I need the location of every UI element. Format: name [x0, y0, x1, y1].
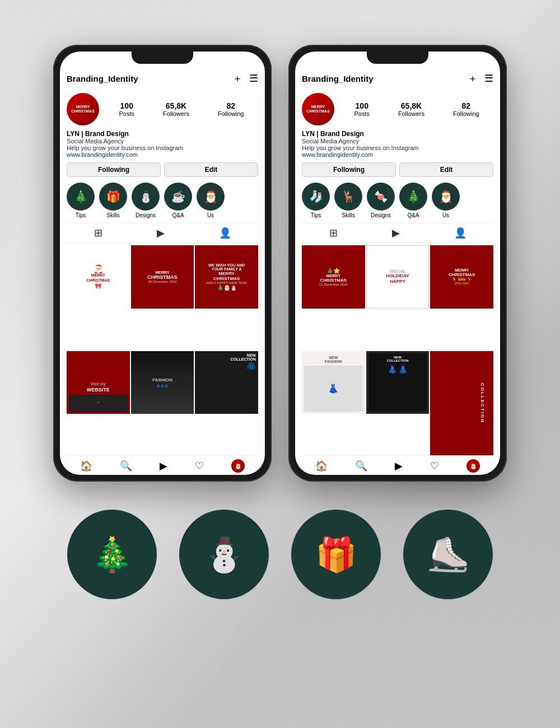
following-btn-1[interactable]: Following [67, 162, 161, 177]
phones-container: Branding_Identity ＋ ☰ MERRYCHRISTMAS [0, 0, 560, 482]
highlight-circle-skills-1: 🎁 [99, 183, 127, 211]
tagged-tab-1[interactable]: 👤 [219, 227, 231, 239]
grid-cell-1-2[interactable]: MERRY CHRISTMAS 25 December 2022 [131, 245, 194, 309]
grid-cell-1-3[interactable]: WE WISH YOU ANDYOUR FAMILY A MERRYCHRIST… [195, 245, 258, 309]
plus-icon-1[interactable]: ＋ [232, 72, 242, 85]
avatar-2: MERRYCHRISTMAS [302, 93, 334, 125]
grid-cell-2-1-1[interactable]: 🎄⭐ MERRY CHRISTMAS 12 December 2022 [302, 245, 365, 309]
bio-desc-2: Help you grow your business on Instagram [302, 144, 493, 151]
stats-counts-2: 100 Posts 65,8K Followers 82 Following [340, 101, 493, 117]
highlights-1: 🎄 Tips 🎁 Skills ⛄ Designs ☕ Q&A [67, 180, 258, 221]
highlight-designs-1[interactable]: ⛄ Designs [132, 183, 160, 218]
highlight-skills-1[interactable]: 🎁 Skills [99, 183, 127, 218]
phone-2-notch [367, 52, 428, 64]
reels-tab-2[interactable]: ▶ [392, 227, 400, 239]
bio-2: LYN | Brand Design Social Media Agency H… [302, 129, 493, 159]
grid-cell-2-3[interactable]: NEWCOLLECTION 🧥 [195, 351, 258, 414]
highlight-label-us-2: Us [442, 212, 449, 218]
grid-cell-2-1-3[interactable]: MERRY CHRISTMAS 🦌 Sale 🦌 20% OFF [430, 245, 493, 309]
likes-nav-1[interactable]: ♡ [195, 460, 204, 472]
edit-btn-1[interactable]: Edit [164, 162, 258, 177]
username-2: Branding_Identity [302, 74, 374, 83]
bottom-circles-section: 🎄 ⛄ 🎁 ⛸️ [0, 482, 560, 599]
grid-cell-2-1-2[interactable]: SPECIAL HOLDIDAY HAPPY [366, 245, 430, 309]
highlight-circle-designs-2: 🍬 [367, 183, 395, 211]
grid-tab-2[interactable]: ⊞ [329, 227, 338, 239]
reels-tab-1[interactable]: ▶ [157, 227, 165, 239]
reels-nav-2[interactable]: ▶ [395, 460, 403, 472]
bio-1: LYN | Brand Design Social Media Agency H… [67, 129, 258, 159]
home-nav-1[interactable]: 🏠 [80, 460, 92, 472]
search-nav-2[interactable]: 🔍 [355, 460, 367, 472]
home-nav-2[interactable]: 🏠 [315, 460, 328, 472]
bio-link-2[interactable]: www.brandingidentity.com [302, 151, 493, 158]
highlight-circle-tips-2: 🧦 [302, 183, 330, 211]
following-label-2: Following [453, 110, 479, 117]
highlight-label-skills-2: Skills [342, 212, 354, 218]
menu-icon-1[interactable]: ☰ [249, 72, 258, 85]
following-num-1: 82 [218, 101, 244, 110]
bottom-nav-1: 🏠 🔍 ▶ ♡ 🎅 [67, 455, 258, 475]
bottom-circle-gift: 🎁 [291, 510, 381, 599]
bottom-nav-2: 🏠 🔍 ▶ ♡ 🎅 [302, 455, 493, 475]
highlight-us-2[interactable]: 🎅 Us [432, 183, 460, 218]
reels-nav-1[interactable]: ▶ [160, 460, 167, 472]
search-nav-1[interactable]: 🔍 [120, 460, 132, 472]
post-grid-1: 🎅 MERRYCHRISTMAS 🎀 MERRY CHRISTMAS 25 De… [67, 245, 258, 455]
highlight-circle-us-1: 🎅 [197, 183, 225, 211]
gift-icon: 🎁 [315, 535, 357, 575]
christmas-card-icon: 🎄 [91, 535, 133, 575]
plus-icon-2[interactable]: ＋ [468, 72, 478, 85]
stats-row-1: MERRYCHRISTMAS 100 Posts 65,8K Followers [67, 88, 258, 129]
followers-label-2: Followers [398, 110, 424, 117]
profile-nav-1[interactable]: 🎅 [231, 459, 245, 473]
followers-stat-2: 65,8K Followers [398, 101, 424, 117]
ig-profile-1: Branding_Identity ＋ ☰ MERRYCHRISTMAS [60, 64, 265, 475]
grid-tab-1[interactable]: ⊞ [94, 227, 102, 239]
followers-num-1: 65,8K [163, 101, 189, 110]
header-icons-2: ＋ ☰ [468, 72, 493, 85]
highlight-label-qa-1: Q&A [172, 212, 184, 218]
ig-profile-2: Branding_Identity ＋ ☰ MERRYCHRISTMAS [295, 64, 500, 475]
phone-1-screen: Branding_Identity ＋ ☰ MERRYCHRISTMAS [60, 52, 265, 475]
stats-counts-1: 100 Posts 65,8K Followers 82 Following [105, 101, 258, 117]
following-btn-2[interactable]: Following [302, 162, 396, 177]
highlight-circle-qa-2: 🎄 [399, 183, 427, 211]
grid-cell-2-2-1[interactable]: NEWFASHION 👗 [302, 351, 365, 414]
posts-num-2: 100 [354, 101, 370, 110]
phone-2-screen: Branding_Identity ＋ ☰ MERRYCHRISTMAS [295, 52, 500, 475]
tagged-tab-2[interactable]: 👤 [454, 227, 466, 239]
grid-cell-2-2-3[interactable]: COLLECTION [430, 351, 493, 456]
grid-cell-1-1[interactable]: 🎅 MERRYCHRISTMAS 🎀 [67, 245, 130, 309]
highlight-tips-2[interactable]: 🧦 Tips [302, 183, 330, 218]
bottom-circle-card: 🎄 [67, 510, 157, 599]
ice-skates-icon: ⛸️ [427, 535, 469, 575]
highlight-us-1[interactable]: 🎅 Us [197, 183, 225, 218]
likes-nav-2[interactable]: ♡ [430, 460, 439, 472]
grid-cell-2-2-2[interactable]: NEWCOLLECTION 👗 👗 [366, 351, 430, 414]
following-stat-1: 82 Following [218, 101, 244, 117]
highlight-skills-2[interactable]: 🦌 Skills [334, 183, 362, 218]
menu-icon-2[interactable]: ☰ [484, 72, 493, 85]
bio-subtitle-2: Social Media Agency [302, 138, 493, 144]
followers-stat-1: 65,8K Followers [163, 101, 189, 117]
bio-subtitle-1: Social Media Agency [67, 138, 258, 144]
bottom-circle-snowman: ⛄ [179, 510, 269, 599]
highlight-circle-us-2: 🎅 [432, 183, 460, 211]
highlight-designs-2[interactable]: 🍬 Designs [367, 183, 395, 218]
grid-cell-2-1[interactable]: Visit my WEBSITE 📱 [67, 351, 130, 414]
highlight-tips-1[interactable]: 🎄 Tips [67, 183, 95, 218]
profile-nav-2[interactable]: 🎅 [466, 459, 480, 473]
bio-link-1[interactable]: www.brandingidentity.com [67, 151, 258, 158]
edit-btn-2[interactable]: Edit [399, 162, 493, 177]
highlight-qa-2[interactable]: 🎄 Q&A [399, 183, 427, 218]
header-icons-1: ＋ ☰ [232, 72, 258, 85]
phone-2: Branding_Identity ＋ ☰ MERRYCHRISTMAS [288, 45, 507, 482]
highlight-label-skills-1: Skills [106, 212, 119, 218]
highlight-circle-qa-1: ☕ [164, 183, 192, 211]
grid-cell-2-2[interactable]: FASHION 👗👗👗 [131, 351, 194, 414]
highlight-circle-skills-2: 🦌 [334, 183, 362, 211]
highlight-qa-1[interactable]: ☕ Q&A [164, 183, 192, 218]
highlight-label-designs-2: Designs [371, 212, 391, 218]
posts-label-2: Posts [354, 110, 370, 117]
